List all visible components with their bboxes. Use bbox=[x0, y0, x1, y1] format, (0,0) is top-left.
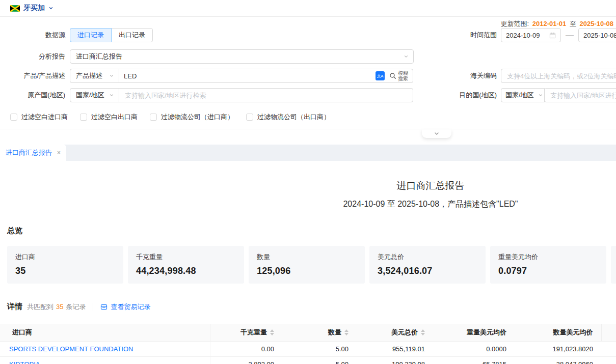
cell-usd-total: 190,239.98 bbox=[357, 356, 433, 364]
fuzzy-search-label-line2: 搜索 bbox=[398, 76, 408, 81]
origin-input[interactable] bbox=[119, 88, 413, 102]
col-header-kg-weight[interactable]: 千克重量 bbox=[210, 324, 282, 341]
close-icon[interactable]: × bbox=[57, 150, 61, 156]
end-date-input[interactable] bbox=[578, 28, 616, 42]
overview-heading: 总览 bbox=[7, 226, 616, 236]
topbar: 牙买加 bbox=[0, 0, 616, 17]
start-date-value[interactable] bbox=[506, 32, 549, 39]
checkbox-icon[interactable] bbox=[80, 114, 87, 121]
col-header-quantity[interactable]: 数量 bbox=[282, 324, 357, 341]
product-search-box[interactable]: 文A 模糊 搜索 bbox=[119, 69, 413, 83]
stat-card-label: 千克重量 bbox=[136, 253, 236, 262]
update-range-label: 更新范围: bbox=[501, 20, 529, 27]
start-date-input[interactable] bbox=[501, 28, 561, 42]
product-field-select[interactable]: 产品描述 bbox=[70, 69, 119, 83]
report-select-label: 分析报告 bbox=[0, 52, 65, 61]
table-row: KIDTOPIA 2,892.00 5.00 190,239.98 65.781… bbox=[0, 356, 616, 364]
chevron-down-icon bbox=[434, 131, 440, 137]
end-date-value[interactable] bbox=[583, 32, 616, 39]
stat-card-importers: 进口商 35 bbox=[7, 246, 123, 284]
trade-records-icon bbox=[100, 303, 108, 311]
stat-card-label: 重量美元均价 bbox=[498, 253, 598, 262]
view-trade-records-link[interactable]: 查看贸易记录 bbox=[100, 302, 150, 312]
origin-label: 原产国(地区) bbox=[0, 91, 65, 100]
checkbox-icon[interactable] bbox=[150, 114, 157, 121]
view-trade-records-label: 查看贸易记录 bbox=[111, 302, 150, 312]
cell-quantity: 5.00 bbox=[282, 341, 357, 356]
details-heading: 详情 bbox=[7, 302, 22, 312]
filter-row-data-source: 数据源 进口记录 出口记录 时间范围 — bbox=[0, 28, 616, 42]
chevron-down-icon bbox=[404, 54, 409, 59]
destination-type-select[interactable]: 国家/地区 bbox=[501, 88, 545, 102]
date-range-separator: — bbox=[566, 31, 574, 40]
checkbox-label: 过滤物流公司（出口商） bbox=[257, 113, 330, 122]
checkbox-icon[interactable] bbox=[10, 114, 17, 121]
checkbox-label: 过滤空白出口商 bbox=[91, 113, 138, 122]
stat-card-clipped bbox=[611, 246, 616, 284]
tab-export-records[interactable]: 出口记录 bbox=[111, 28, 153, 42]
update-range-start: 2012-01-01 bbox=[532, 20, 567, 27]
update-range-to: 至 bbox=[570, 20, 576, 27]
hs-code-label: 海关编码 bbox=[451, 71, 497, 80]
match-prefix: 共匹配到 bbox=[27, 302, 53, 312]
destination-input[interactable] bbox=[544, 88, 616, 102]
match-count: 35 bbox=[56, 303, 63, 311]
details-bar: 详情 共匹配到 35 条记录 查看贸易记录 bbox=[7, 302, 616, 312]
stat-card-usd-per-weight: 重量美元均价 0.0797 bbox=[490, 246, 606, 284]
importer-link[interactable]: SPORTS DEVELOPMENT FOUNDATION bbox=[9, 345, 133, 353]
stat-card-kg-weight: 千克重量 44,234,998.48 bbox=[128, 246, 244, 284]
update-range: 更新范围: 2012-01-01 至 2025-10-08 bbox=[499, 19, 614, 29]
checkbox-filter-blank-importer[interactable]: 过滤空白进口商 bbox=[10, 113, 68, 122]
chevron-down-icon bbox=[538, 93, 543, 98]
cell-usd-per-weight: 0.0000 bbox=[433, 341, 515, 356]
stat-card-value: 35 bbox=[15, 266, 115, 276]
col-header-usd-total[interactable]: 美元总价 bbox=[357, 324, 433, 341]
translate-icon[interactable]: 文A bbox=[376, 71, 385, 80]
hs-code-input[interactable] bbox=[501, 69, 616, 83]
update-range-end: 2025-10-08 bbox=[580, 20, 614, 27]
fuzzy-search-label: 模糊 搜索 bbox=[398, 70, 408, 81]
importer-link[interactable]: KIDTOPIA bbox=[9, 360, 40, 364]
filter-panel: 更新范围: 2012-01-01 至 2025-10-08 数据源 进口记录 出… bbox=[0, 17, 616, 129]
data-source-toggle: 进口记录 出口记录 bbox=[70, 28, 153, 42]
data-source-label: 数据源 bbox=[0, 31, 65, 40]
time-range-label: 时间范围 bbox=[451, 31, 497, 40]
cell-importer: KIDTOPIA bbox=[0, 356, 210, 364]
origin-type-select[interactable]: 国家/地区 bbox=[70, 88, 119, 102]
table-row: SPORTS DEVELOPMENT FOUNDATION 0.00 5.00 … bbox=[0, 341, 616, 356]
collapse-strip bbox=[0, 129, 616, 145]
tab-importer-summary-report[interactable]: 进口商汇总报告 × bbox=[0, 145, 66, 161]
overview-cards: 进口商 35 千克重量 44,234,998.48 数量 125,096 美元总… bbox=[7, 246, 616, 284]
report-content: 进口商汇总报告 2024-10-09 至 2025-10-08，产品描述包含"L… bbox=[0, 179, 616, 364]
sort-icon bbox=[344, 329, 349, 335]
tab-label: 进口商汇总报告 bbox=[6, 148, 52, 157]
checkbox-filter-logistics-importer[interactable]: 过滤物流公司（进口商） bbox=[150, 113, 234, 122]
importer-table: 进口商 千克重量 数量 美元总价 重量美元均价 数量美 bbox=[0, 324, 616, 364]
chevron-down-icon bbox=[109, 73, 114, 78]
report-tab-bar: 进口商汇总报告 × bbox=[0, 145, 616, 161]
checkbox-icon[interactable] bbox=[246, 114, 253, 121]
fuzzy-search-toggle[interactable]: 模糊 搜索 bbox=[389, 70, 408, 81]
cell-clipped bbox=[601, 356, 616, 364]
cell-quantity: 5.00 bbox=[282, 356, 357, 364]
stat-card-quantity: 数量 125,096 bbox=[249, 246, 365, 284]
product-label: 产品/产品描述 bbox=[0, 71, 65, 80]
product-search-input[interactable] bbox=[124, 72, 371, 80]
filter-row-product: 产品/产品描述 产品描述 文A 模糊 搜索 海关编码 bbox=[0, 69, 616, 83]
hs-code-group: 海关编码 bbox=[451, 69, 616, 83]
collapse-filters-button[interactable] bbox=[422, 129, 451, 138]
calendar-icon bbox=[549, 32, 556, 39]
country-name: 牙买加 bbox=[23, 4, 45, 13]
stat-card-value: 44,234,998.48 bbox=[136, 266, 236, 276]
checkbox-filter-blank-exporter[interactable]: 过滤空白出口商 bbox=[80, 113, 138, 122]
table-header-row: 进口商 千克重量 数量 美元总价 重量美元均价 数量美 bbox=[0, 324, 616, 341]
time-range-group: 时间范围 — bbox=[451, 28, 616, 42]
country-selector[interactable]: 牙买加 bbox=[10, 4, 53, 13]
report-type-select[interactable]: 进口商汇总报告 bbox=[70, 49, 414, 64]
stat-card-usd-total: 美元总价 3,524,016.07 bbox=[369, 246, 486, 284]
tab-import-records[interactable]: 进口记录 bbox=[70, 28, 112, 42]
cell-clipped bbox=[601, 341, 616, 356]
checkbox-filter-logistics-exporter[interactable]: 过滤物流公司（出口商） bbox=[246, 113, 330, 122]
destination-group: 目的国(地区) 国家/地区 bbox=[451, 88, 616, 102]
col-header-usd-per-quantity: 数量美元均价 bbox=[515, 324, 601, 341]
